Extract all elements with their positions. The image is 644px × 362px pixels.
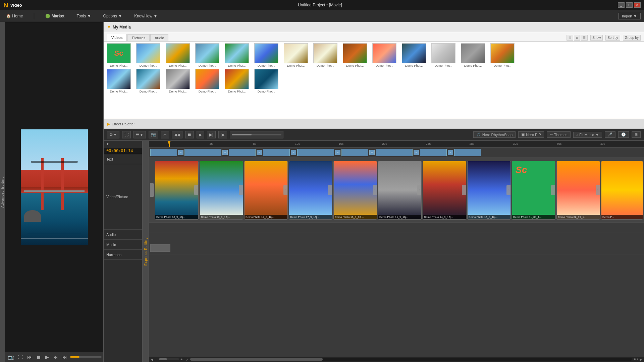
track-options-btn[interactable]: ☰▼ [133, 131, 146, 138]
list-item[interactable]: Demo Phot... [105, 69, 132, 93]
text-clip-btn[interactable]: ≡ [448, 150, 453, 155]
next-chapter-btn[interactable]: ▶| [207, 131, 216, 138]
text-clip[interactable] [341, 149, 368, 156]
scroll-right-btn[interactable]: ▶ [640, 358, 642, 361]
list-item[interactable]: Sc Demo Phot... [105, 43, 132, 67]
view-list-btn[interactable]: ≡ [574, 35, 580, 41]
list-item[interactable]: Demo Phot... [430, 43, 457, 67]
menu-knowhow[interactable]: KnowHow ▼ [131, 12, 160, 20]
effect-expand-arrow[interactable]: ▶ [107, 122, 110, 126]
collapse-btn[interactable]: ⬆ [104, 141, 142, 147]
zoom-slider[interactable] [159, 358, 179, 360]
text-clip[interactable] [184, 149, 221, 156]
zoom-out-btn[interactable]: - [157, 358, 158, 361]
text-clip[interactable] [263, 149, 290, 156]
text-clip[interactable] [297, 149, 334, 156]
timeline-settings-btn[interactable]: ⚙▼ [107, 131, 119, 138]
table-row[interactable]: Demo Photo 18_9_16j... ⋮ [155, 161, 199, 220]
clip-right-handle[interactable]: ⋮ [194, 185, 198, 195]
list-item[interactable]: Demo Phot... [371, 43, 398, 67]
prev-frame-tl[interactable]: ◀◀ [172, 131, 182, 138]
tab-audio[interactable]: Audio [150, 34, 168, 41]
list-item[interactable]: Demo Phot... [164, 43, 191, 67]
clip-right-handle[interactable]: ⋮ [551, 185, 555, 195]
table-row[interactable]: Sc Demo Photo 01_09_1... ⋮ [512, 161, 555, 220]
table-row[interactable]: Demo Photo 19_9_16j... ⋮ [200, 161, 243, 220]
horizontal-scroll-track[interactable] [190, 358, 632, 361]
prev-frame-btn[interactable]: ⏮ [26, 354, 33, 360]
text-clip[interactable] [420, 149, 447, 156]
menu-tools[interactable]: Tools ▼ [74, 12, 94, 20]
menu-options[interactable]: Options ▼ [101, 12, 125, 20]
horizontal-scroll-thumb[interactable] [190, 358, 323, 361]
list-item[interactable]: Demo Phot... [164, 69, 191, 93]
split-btn[interactable]: ✂ [161, 131, 169, 138]
table-row[interactable]: Demo Photo 14_9_16j... ⋮ [423, 161, 466, 220]
clip-right-handle[interactable]: ⋮ [283, 185, 287, 195]
collapse-arrow-icon[interactable]: ▼ [107, 25, 111, 29]
text-clip[interactable] [150, 149, 177, 156]
text-clip[interactable] [454, 149, 481, 156]
clip-right-handle[interactable]: ⋮ [373, 185, 377, 195]
menu-market[interactable]: 🟢 Market [43, 12, 67, 20]
list-item[interactable]: Demo Phot... [194, 43, 221, 67]
text-clip-btn[interactable]: ≡ [414, 150, 419, 155]
progress-bar[interactable] [70, 356, 102, 358]
table-row[interactable]: Demo Photo 16_9_16j... ⋮ [333, 161, 377, 220]
next-frame-btn[interactable]: ⏭ [52, 354, 59, 360]
text-clip[interactable] [229, 149, 256, 156]
menu-home[interactable]: 🏠 Home [3, 12, 25, 20]
list-item[interactable]: Demo Phot... [223, 43, 250, 67]
expand-btn[interactable]: ⤢ [186, 358, 189, 361]
clip-right-handle[interactable]: ⋮ [417, 185, 421, 195]
text-clip-btn[interactable]: ≡ [222, 150, 228, 155]
text-clip-btn[interactable]: ≡ [335, 150, 340, 155]
text-clip-btn[interactable]: ≡ [291, 150, 296, 155]
more-btn[interactable]: ⊞ [632, 131, 641, 138]
fit-view-btn[interactable]: ⛶ [122, 131, 131, 138]
list-item[interactable]: Demo Phot... [489, 43, 516, 67]
list-item[interactable]: Demo Phot... [312, 43, 339, 67]
list-item[interactable]: Demo Phot... [135, 69, 162, 93]
stop-btn[interactable]: ⏹ [35, 354, 42, 360]
text-clip-btn[interactable]: ≡ [369, 150, 375, 155]
narration-clip[interactable] [150, 244, 170, 252]
end-btn[interactable]: ⏭ [61, 354, 68, 360]
list-item[interactable]: Demo Phot... [460, 43, 486, 67]
zoom-in-btn[interactable]: + [180, 358, 182, 361]
scroll-left-btn[interactable]: ◀ [151, 358, 153, 361]
view-grid-btn[interactable]: ⊞ [567, 35, 573, 41]
sort-dropdown[interactable]: Sort by [605, 35, 620, 41]
clip-right-handle[interactable]: ⋮ [462, 185, 466, 195]
end-tl[interactable]: |▶ [218, 131, 227, 138]
table-row[interactable]: Demo P... [601, 161, 643, 220]
view-detail-btn[interactable]: ☰ [581, 35, 588, 41]
list-item[interactable]: Demo Phot... [135, 43, 162, 67]
text-clip-btn[interactable]: ≡ [178, 150, 183, 155]
group-dropdown[interactable]: Group by [623, 35, 641, 41]
import-button[interactable]: Import ▼ [618, 13, 641, 19]
list-item[interactable]: Demo Phot... [223, 69, 250, 93]
pip-btn[interactable]: ▣ Nero PIP [518, 131, 544, 138]
play-tl[interactable]: ▶ [197, 131, 204, 138]
camera-icon[interactable]: 📷 [7, 354, 15, 360]
rhythmsnap-btn[interactable]: 🎵 Nero RhythmSnap [473, 131, 516, 138]
clip-right-handle[interactable]: ⋮ [506, 185, 511, 195]
clip-right-handle[interactable]: ⋮ [239, 185, 243, 195]
fullscreen-icon[interactable]: ⛶ [17, 354, 24, 360]
table-row[interactable]: Demo Photo 02_09_1... ⋮ [556, 161, 600, 220]
list-item[interactable]: Demo Phot... [282, 43, 309, 67]
clip-right-handle[interactable]: ⋮ [328, 185, 332, 195]
list-item[interactable]: Demo Phot... [400, 43, 427, 67]
play-btn[interactable]: ▶ [44, 354, 50, 360]
stop-tl[interactable]: ⏹ [185, 131, 194, 138]
tab-pictures[interactable]: Pictures [127, 34, 150, 41]
list-item[interactable]: Demo Phot... [194, 69, 221, 93]
left-handle[interactable] [150, 183, 154, 197]
show-dropdown[interactable]: Show [590, 35, 603, 41]
record-btn[interactable]: 🎤 [605, 131, 615, 138]
maximize-button[interactable]: □ [626, 2, 633, 8]
list-item[interactable]: Demo Phot... [253, 69, 280, 93]
clip-right-handle[interactable]: ⋮ [596, 185, 600, 195]
table-row[interactable]: Demo Photo 12_9_16j... ⋮ [244, 161, 288, 220]
